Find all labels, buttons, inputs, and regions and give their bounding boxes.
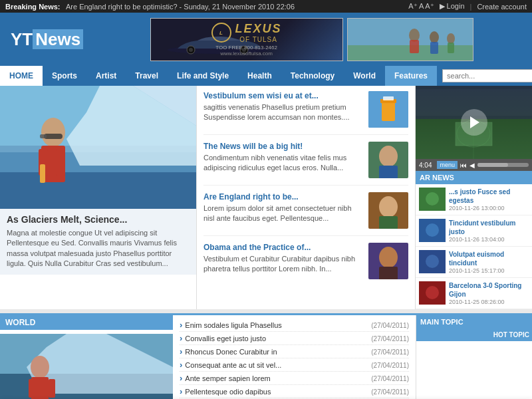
separator: | xyxy=(470,3,472,11)
volume-bar[interactable] xyxy=(477,163,529,167)
logo[interactable]: YTNews xyxy=(5,27,88,53)
main-content: As Glaciers Melt, Science... Magna at mo… xyxy=(0,86,532,309)
world-news-link-6[interactable]: Pellentesque odio dapibus xyxy=(185,388,368,396)
world-news-5: › Ante semper sapien lorem (27/04/2011) xyxy=(180,372,409,385)
center-article-3-thumb xyxy=(368,192,408,229)
svg-point-2 xyxy=(189,48,193,52)
logo-yt: YT xyxy=(11,29,33,49)
center-article-3: Are England right to be... Lorem ipsum d… xyxy=(203,192,408,236)
volume-fill xyxy=(477,163,508,167)
ar-news-3-text[interactable]: Volutpat euismod tincidunt 2010-11-25 15… xyxy=(449,250,529,274)
svg-point-38 xyxy=(379,247,398,268)
world-news-date-6: (27/04/2011) xyxy=(371,388,409,396)
center-article-2-title[interactable]: The News will be a big hit! xyxy=(203,142,363,151)
center-article-1-title[interactable]: Vestibulum sem wisi eu at et... xyxy=(203,91,363,100)
svg-rect-26 xyxy=(40,164,45,183)
header: YTNews L LEXUS OF TULSA TOO FREE 800-813… xyxy=(0,13,532,66)
world-news-2: › Convallis eget justo justo (27/04/2011… xyxy=(180,332,409,345)
logo-news: News xyxy=(33,29,83,49)
world-news-link-2[interactable]: Convallis eget justo justo xyxy=(185,334,368,342)
svg-point-54 xyxy=(426,286,439,299)
world-news-link-5[interactable]: Ante semper sapien lorem xyxy=(185,374,368,382)
world-news-link-1[interactable]: Enim sodales ligula Phasellus xyxy=(185,321,368,329)
ad-lexus-text: LEXUS xyxy=(235,22,282,36)
search-box: 🔍 xyxy=(437,66,532,86)
center-article-2-thumb xyxy=(368,142,408,178)
ar-news-4-title[interactable]: Barcelona 3-0 Sporting Gijon xyxy=(449,281,529,299)
prev-icon[interactable]: ◀ xyxy=(469,162,475,169)
bullet-6: › xyxy=(180,386,182,396)
rewind-icon[interactable]: ⏮ xyxy=(460,162,467,169)
center-article-1-body: sagittis venenatis Phasellus pretium pre… xyxy=(203,102,363,123)
center-article-4-title[interactable]: Obama and the Practice of... xyxy=(203,243,363,252)
center-article-3-title[interactable]: Are England right to be... xyxy=(203,192,363,201)
bullet-2: › xyxy=(180,333,182,343)
ar-news-2-date: 2010-11-26 13:04:00 xyxy=(449,236,529,243)
nav-health[interactable]: Health xyxy=(238,66,281,86)
ad-community[interactable] xyxy=(347,18,473,61)
ar-thumb-2 xyxy=(419,219,446,242)
ar-news-3-title[interactable]: Volutpat euismod tincidunt xyxy=(449,250,529,267)
ar-news-2-text[interactable]: Tincidunt vestibulum justo 2010-11-26 13… xyxy=(449,219,529,243)
ar-thumb-4 xyxy=(419,281,446,305)
center-article-2-text: The News will be a big hit! Condimentum … xyxy=(203,142,363,178)
nav-home[interactable]: HOME xyxy=(0,66,43,86)
video-time: 4:04 xyxy=(419,162,432,169)
font-size-controls[interactable]: A⁺ A A⁺ xyxy=(408,2,434,11)
svg-rect-11 xyxy=(430,42,438,54)
svg-rect-33 xyxy=(379,166,398,178)
breaking-news-bar: Breaking News: Are England right to be o… xyxy=(0,0,532,13)
world-news-1: › Enim sodales ligula Phasellus (27/04/2… xyxy=(180,319,409,332)
ar-news-1-text[interactable]: ...s justo Fusce sed egestas 2010-11-26 … xyxy=(449,188,529,211)
svg-point-20 xyxy=(41,118,65,147)
svg-rect-28 xyxy=(382,101,395,121)
svg-point-32 xyxy=(379,146,398,167)
nav-world[interactable]: World xyxy=(344,66,385,86)
center-article-1-thumb xyxy=(368,91,408,128)
left-article: As Glaciers Melt, Science... Magna at mo… xyxy=(0,86,196,309)
ad-lexus-url: www.lexusoftulsa.com xyxy=(211,51,282,57)
create-account-link[interactable]: Create account xyxy=(477,3,527,11)
world-news-link-3[interactable]: Rhoncus Donec Curabitur in xyxy=(185,348,368,356)
left-article-title[interactable]: As Glaciers Melt, Science... xyxy=(7,214,190,225)
world-left-image xyxy=(0,334,173,399)
right-sidebar: 4:04 menu ⏮ ◀ AR NEWS ...s justo Fusce s… xyxy=(416,86,532,309)
left-article-image xyxy=(0,86,196,209)
ar-news-1-title[interactable]: ...s justo Fusce sed egestas xyxy=(449,188,529,205)
search-input[interactable] xyxy=(442,69,532,82)
world-header: WORLD xyxy=(0,315,173,330)
nav-features[interactable]: Features xyxy=(385,66,437,86)
ar-thumb-1 xyxy=(419,188,446,211)
ad-lexus-phone: TOO FREE 800-813-2462 xyxy=(211,45,282,51)
center-article-4-thumb xyxy=(368,243,408,279)
center-article-4-text: Obama and the Practice of... Vestibulum … xyxy=(203,243,363,279)
svg-rect-62 xyxy=(49,379,55,398)
nav-life-style[interactable]: Life and Style xyxy=(168,66,238,86)
bullet-3: › xyxy=(180,346,182,356)
login-link[interactable]: ▶ Login xyxy=(440,2,465,11)
ar-news-item-4: Barcelona 3-0 Sporting Gijon 2010-11-25 … xyxy=(416,278,532,309)
ad-lexus[interactable]: L LEXUS OF TULSA TOO FREE 800-813-2462 w… xyxy=(150,18,343,61)
svg-rect-61 xyxy=(29,379,35,398)
world-news-6: › Pellentesque odio dapibus (27/04/2011) xyxy=(180,385,409,398)
video-player[interactable] xyxy=(416,86,532,159)
ar-news-4-text[interactable]: Barcelona 3-0 Sporting Gijon 2010-11-25 … xyxy=(449,281,529,305)
ar-news-header: AR NEWS xyxy=(416,171,532,184)
bullet-1: › xyxy=(180,320,182,330)
world-news-link-4[interactable]: Consequat ante ac ut sit vel... xyxy=(185,361,368,369)
ar-news-item-2: Tincidunt vestibulum justo 2010-11-26 13… xyxy=(416,215,532,247)
play-button[interactable] xyxy=(461,109,487,136)
ar-news-3-date: 2010-11-25 15:17:00 xyxy=(449,267,529,274)
nav-artist[interactable]: Artist xyxy=(86,66,126,86)
menu-button[interactable]: menu xyxy=(437,161,458,169)
world-left: WORLD As Glaciers Melt, Science Seeks...… xyxy=(0,315,173,399)
nav-travel[interactable]: Travel xyxy=(126,66,168,86)
svg-point-35 xyxy=(379,196,398,217)
svg-rect-19 xyxy=(0,172,196,209)
svg-rect-24 xyxy=(44,134,63,139)
nav-sports[interactable]: Sports xyxy=(43,66,86,86)
breaking-text: Are England right to be optimistic? - Su… xyxy=(66,3,295,11)
navigation: HOME Sports Artist Travel Life and Style… xyxy=(0,66,532,86)
ar-news-2-title[interactable]: Tincidunt vestibulum justo xyxy=(449,219,529,236)
nav-technology[interactable]: Technology xyxy=(281,66,344,86)
